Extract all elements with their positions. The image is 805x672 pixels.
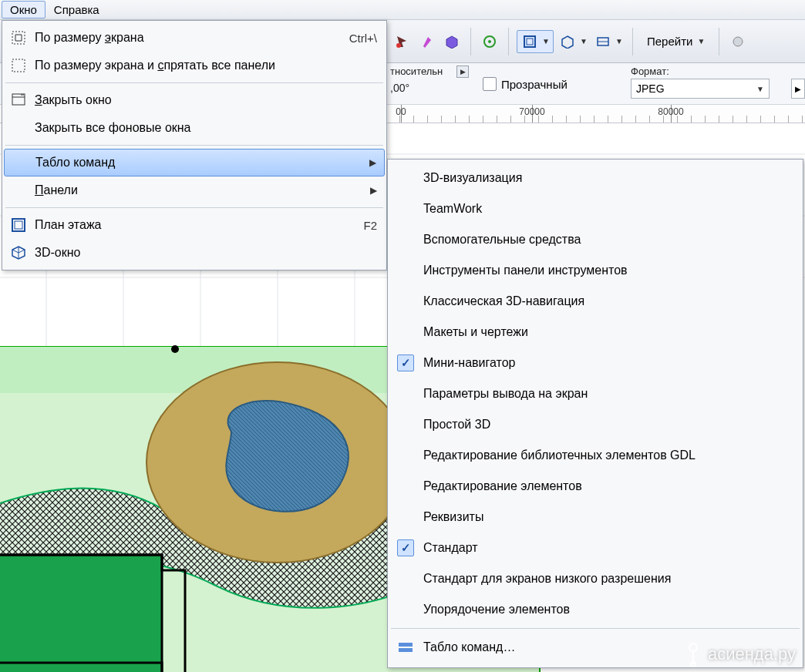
menu-item-label: План этажа [35, 218, 101, 232]
format-play-button[interactable]: ▶ [791, 79, 805, 99]
menu-item-label: По размеру экрана и спрятать все панели [35, 59, 275, 72]
svg-marker-2 [446, 36, 457, 49]
menubar-item[interactable]: Справка [45, 1, 108, 18]
threed-window-icon [10, 244, 27, 261]
ruler-label: 70000 [519, 106, 544, 117]
svg-rect-6 [527, 39, 533, 45]
transparent-label: Прозрачный [501, 78, 568, 91]
svg-rect-28 [12, 59, 25, 72]
tool-cube-icon[interactable] [441, 31, 463, 52]
svg-point-1 [396, 43, 401, 48]
chevron-down-icon: ▼ [697, 37, 705, 45]
submenu-item-label: Редактирование элементов [423, 479, 582, 493]
tool-arrow-icon[interactable] [392, 31, 413, 52]
watermark-icon [685, 641, 702, 667]
svg-rect-27 [12, 32, 25, 44]
relative-play-icon[interactable]: ▶ [456, 66, 469, 78]
menu-item[interactable]: Табло команд▶ [4, 149, 385, 176]
submenu-item[interactable]: Упорядочение элементов [389, 594, 801, 625]
submenu-item[interactable]: Редактирование элементов [389, 471, 801, 502]
close-window-icon [10, 92, 27, 109]
submenu-item[interactable]: Реквизиты [389, 502, 801, 533]
check-icon: ✓ [397, 539, 414, 556]
chevron-down-icon[interactable]: ▼ [578, 31, 589, 52]
floor-plan-icon [10, 217, 27, 234]
submenu-item-label: Стандарт для экранов низкого разрешения [423, 572, 671, 586]
submenu-item-label: 3D-визуализация [423, 171, 522, 185]
chevron-down-icon[interactable]: ▼ [614, 31, 625, 52]
submenu-item[interactable]: Параметры вывода на экран [389, 378, 801, 409]
submenu-item[interactable]: Инструменты панели инструментов [389, 255, 801, 286]
menu-item[interactable]: Закрыть окно [4, 86, 385, 114]
submenu-item[interactable]: 3D-визуализация [389, 163, 801, 193]
menu-item[interactable]: По размеру экрана и спрятать все панели [4, 52, 385, 79]
submenu-item-label: Макеты и чертежи [423, 325, 528, 339]
submenu-item[interactable]: Редактирование библиотечных элементов GD… [389, 440, 801, 471]
svg-rect-5 [524, 36, 535, 47]
submenu-item-label: Классическая 3D-навигация [423, 294, 584, 308]
menu-separator [5, 145, 383, 146]
submenu-arrow-icon: ▶ [369, 157, 376, 168]
submenu-item[interactable]: Стандарт для экранов низкого разрешения [389, 563, 801, 594]
menu-item[interactable]: По размеру экранаCtrl+\ [4, 24, 385, 52]
fit-screen-icon [10, 29, 27, 46]
submenu-item[interactable]: Макеты и чертежи [389, 317, 801, 348]
format-value: JPEG [636, 82, 665, 95]
tool-lamp-icon[interactable] [416, 31, 438, 52]
svg-point-26 [171, 345, 179, 353]
transparent-checkbox-row[interactable]: Прозрачный [483, 63, 568, 91]
submenu-item[interactable]: Классическая 3D-навигация [389, 286, 801, 317]
menubar-item[interactable]: Окно [2, 1, 45, 18]
submenu-item[interactable]: ✓Мини-навигатор [389, 348, 801, 378]
menu-item[interactable]: 3D-окно [4, 239, 385, 267]
svg-rect-33 [399, 643, 413, 647]
menu-separator [5, 207, 383, 208]
chevron-down-icon: ▼ [756, 85, 764, 93]
submenu-item[interactable]: Простой 3D [389, 409, 801, 440]
svg-rect-29 [12, 94, 25, 105]
format-label: Формат: [631, 66, 770, 77]
svg-marker-23 [0, 555, 162, 672]
svg-rect-31 [15, 221, 22, 229]
menu-item-label: 3D-окно [35, 246, 80, 260]
svg-point-4 [488, 40, 491, 43]
menu-item[interactable]: План этажаF2 [4, 211, 385, 239]
menu-shortcut: Ctrl+\ [349, 32, 377, 45]
transparent-checkbox[interactable] [483, 77, 497, 91]
fit-hide-icon [10, 57, 27, 74]
angle-value: ,00° [390, 82, 409, 100]
submenu-item-label: TeamWork [423, 202, 482, 216]
toolbar-separator [719, 28, 719, 55]
submenu-item[interactable]: TeamWork [389, 193, 801, 224]
tool-section-button[interactable]: ▼ [592, 31, 625, 52]
toolbar-separator [470, 28, 471, 55]
toolbar-separator [508, 28, 509, 55]
svg-rect-30 [12, 219, 25, 231]
svg-rect-34 [399, 648, 413, 652]
menu-item-label: Закрыть все фоновые окна [35, 121, 191, 135]
goto-button[interactable]: Перейти ▼ [641, 32, 711, 51]
svg-point-35 [689, 643, 697, 651]
tool-3d-button[interactable]: ▼ [557, 31, 589, 52]
tool-target-icon[interactable] [479, 31, 500, 52]
menu-item[interactable]: Закрыть все фоновые окна [4, 114, 385, 142]
menubar: ОкноСправка [0, 0, 805, 20]
submenu-item-label: Параметры вывода на экран [423, 387, 588, 401]
submenu-item[interactable]: Вспомогательные средства [389, 224, 801, 255]
relative-label: тносительн [390, 66, 443, 77]
submenu-item[interactable]: ✓Стандарт [389, 533, 801, 563]
toolbar-separator [632, 28, 633, 55]
tool-floorplan-button[interactable]: ▼ [517, 30, 554, 53]
submenu-item-label: Стандарт [423, 541, 478, 555]
menu-item[interactable]: Панели▶ [4, 176, 385, 204]
submenu-item-label: Упорядочение элементов [423, 603, 570, 617]
menu-separator [5, 82, 383, 83]
toolbars-submenu: 3D-визуализацияTeamWorkВспомогательные с… [387, 159, 803, 668]
tool-misc-icon[interactable] [727, 31, 749, 52]
ruler-label: 00 [396, 106, 406, 117]
chevron-down-icon[interactable]: ▼ [541, 31, 551, 52]
format-select[interactable]: JPEG ▼ [631, 79, 770, 99]
submenu-item-label: Редактирование библиотечных элементов GD… [423, 449, 696, 462]
submenu-item-label: Вспомогательные средства [423, 233, 581, 247]
window-menu-dropdown: По размеру экранаCtrl+\По размеру экрана… [2, 20, 387, 270]
